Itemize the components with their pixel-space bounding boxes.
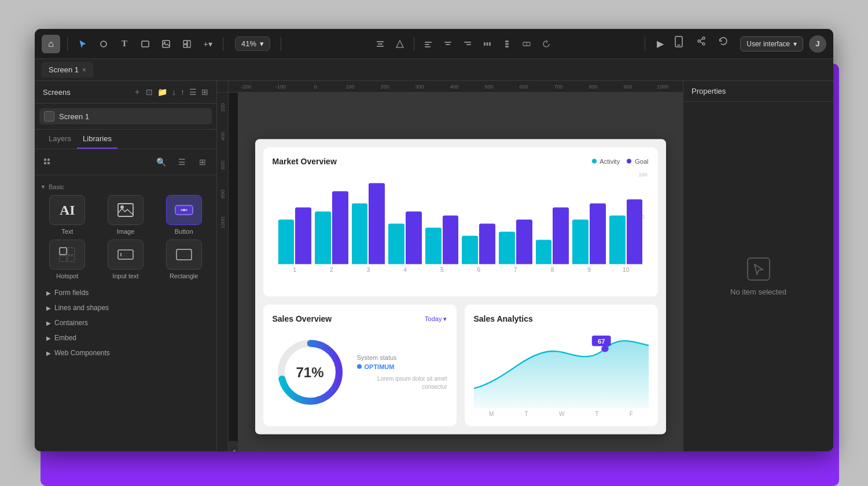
tab-libraries[interactable]: Libraries bbox=[77, 130, 117, 149]
component-image[interactable]: Image bbox=[99, 195, 153, 235]
svg-rect-42 bbox=[181, 209, 183, 211]
bottom-row: Sales Overview Today ▾ bbox=[263, 305, 658, 426]
collapse-toggle[interactable]: ◀ bbox=[229, 441, 238, 451]
home-button[interactable]: ⌂ bbox=[42, 35, 60, 53]
today-badge[interactable]: Today ▾ bbox=[425, 315, 447, 322]
web-components-label: Web Components bbox=[54, 349, 110, 357]
bar-chart bbox=[273, 172, 649, 264]
containers-label: Containers bbox=[54, 319, 88, 327]
distribute-v[interactable] bbox=[499, 36, 515, 52]
lines-shapes-section[interactable]: ▶ Lines and shapes bbox=[41, 300, 211, 315]
hotspot-label: Hotspot bbox=[56, 273, 78, 279]
canvas-viewport[interactable]: Market Overview Activity Goa bbox=[238, 93, 683, 451]
bar-label-5: 5 bbox=[425, 267, 459, 273]
mobile-preview[interactable] bbox=[674, 36, 690, 52]
component-grid: Basic AI Text bbox=[35, 175, 216, 451]
rectangle-svg-icon bbox=[175, 248, 193, 261]
svg-rect-15 bbox=[446, 44, 450, 45]
bar-group-10 bbox=[609, 200, 643, 264]
svg-rect-44 bbox=[60, 248, 67, 255]
bar-goal-3 bbox=[369, 183, 385, 264]
separator-2 bbox=[223, 37, 223, 51]
panel-tabs: Layers Libraries bbox=[35, 130, 216, 149]
lines-shapes-label: Lines and shapes bbox=[54, 304, 109, 312]
svg-rect-6 bbox=[187, 41, 190, 47]
align-left[interactable] bbox=[420, 36, 436, 52]
select-tool[interactable] bbox=[75, 36, 91, 52]
svg-point-3 bbox=[164, 42, 165, 43]
tab-layers[interactable]: Layers bbox=[43, 130, 77, 149]
sort-up-icon[interactable]: ↑ bbox=[181, 87, 185, 97]
play-button[interactable]: ▶ bbox=[652, 36, 668, 52]
component-tool[interactable] bbox=[179, 36, 195, 52]
containers-section[interactable]: ▶ Containers bbox=[41, 315, 211, 330]
component-hotspot[interactable]: Hotspot bbox=[41, 240, 94, 279]
bar-goal-5 bbox=[443, 216, 459, 264]
library-list-icon[interactable]: ☰ bbox=[174, 154, 190, 170]
bar-group-1 bbox=[278, 208, 312, 264]
bar-activity-6 bbox=[462, 236, 478, 264]
pen-tool[interactable] bbox=[95, 36, 112, 52]
rectangle-icon-box bbox=[166, 240, 202, 270]
folder-icon[interactable]: 📁 bbox=[157, 87, 167, 97]
text-icon-box: AI bbox=[49, 195, 85, 225]
bar-group-4 bbox=[388, 212, 422, 264]
align-tool-2[interactable] bbox=[392, 36, 408, 52]
ruler-corner bbox=[217, 81, 229, 93]
add-tool[interactable]: +▾ bbox=[200, 36, 216, 52]
align-right[interactable] bbox=[459, 36, 476, 52]
tab-bar: Screen 1 × bbox=[35, 59, 833, 81]
component-rectangle[interactable]: Rectangle bbox=[157, 240, 211, 279]
svg-rect-13 bbox=[425, 46, 431, 47]
grid-view-icon[interactable]: ⊞ bbox=[201, 87, 208, 97]
image-tool[interactable] bbox=[158, 36, 174, 52]
svg-rect-37 bbox=[118, 204, 133, 216]
library-search-icon[interactable]: 🔍 bbox=[153, 154, 169, 170]
duplicate-screen-icon[interactable]: ⊡ bbox=[146, 87, 153, 97]
svg-rect-11 bbox=[425, 42, 432, 43]
properties-title: Properties bbox=[683, 81, 833, 102]
share-button[interactable] bbox=[696, 36, 712, 52]
dropdown-arrow: ▾ bbox=[793, 40, 797, 48]
align-tool-1[interactable] bbox=[372, 36, 388, 52]
system-status-label: System status bbox=[357, 354, 447, 361]
component-input-text[interactable]: Input text bbox=[99, 240, 153, 279]
user-interface-dropdown[interactable]: User interface ▾ bbox=[740, 36, 803, 51]
sales-analytics-header: Sales Analytics bbox=[474, 314, 649, 323]
component-text[interactable]: AI Text bbox=[41, 195, 94, 235]
analytics-svg: 67 bbox=[474, 329, 649, 408]
undo-button[interactable] bbox=[718, 36, 734, 52]
component-view-icon[interactable] bbox=[41, 154, 57, 170]
market-overview-legend: Activity Goal bbox=[592, 158, 649, 165]
spacing-h[interactable] bbox=[518, 36, 535, 52]
embed-section[interactable]: ▶ Embed bbox=[41, 330, 211, 345]
screen-list: Screen 1 bbox=[35, 104, 216, 130]
web-components-section[interactable]: ▶ Web Components bbox=[41, 345, 211, 360]
zoom-control[interactable]: 41% ▾ bbox=[235, 36, 270, 51]
status-dot bbox=[357, 365, 362, 369]
bar-goal-6 bbox=[479, 224, 495, 264]
screens-actions: ＋ ⊡ 📁 ↓ ↑ ☰ ⊞ bbox=[133, 87, 208, 97]
list-view-icon[interactable]: ☰ bbox=[189, 87, 197, 97]
bar-activity-8 bbox=[536, 240, 552, 264]
svg-rect-17 bbox=[466, 44, 471, 45]
distribute-h[interactable] bbox=[479, 36, 495, 52]
screen-item-1[interactable]: Screen 1 bbox=[39, 108, 212, 124]
tab-close-icon[interactable]: × bbox=[82, 66, 86, 74]
tab-screen1[interactable]: Screen 1 × bbox=[42, 62, 93, 78]
svg-rect-50 bbox=[176, 249, 192, 260]
rotate-tool[interactable] bbox=[538, 36, 554, 52]
market-overview-header: Market Overview Activity Goa bbox=[273, 157, 649, 166]
library-grid-icon[interactable]: ⊞ bbox=[194, 154, 211, 170]
separator-3 bbox=[281, 37, 281, 51]
add-screen-icon[interactable]: ＋ bbox=[133, 87, 141, 97]
bar-activity-9 bbox=[572, 220, 589, 264]
user-avatar[interactable]: J bbox=[809, 35, 826, 53]
align-center[interactable] bbox=[440, 36, 456, 52]
form-fields-section[interactable]: ▶ Form fields bbox=[41, 285, 211, 300]
text-tool[interactable]: T bbox=[116, 36, 133, 52]
component-button[interactable]: Button bbox=[157, 195, 211, 235]
svg-text:67: 67 bbox=[597, 338, 605, 344]
rect-tool[interactable] bbox=[137, 36, 153, 52]
sort-down-icon[interactable]: ↓ bbox=[172, 87, 176, 97]
